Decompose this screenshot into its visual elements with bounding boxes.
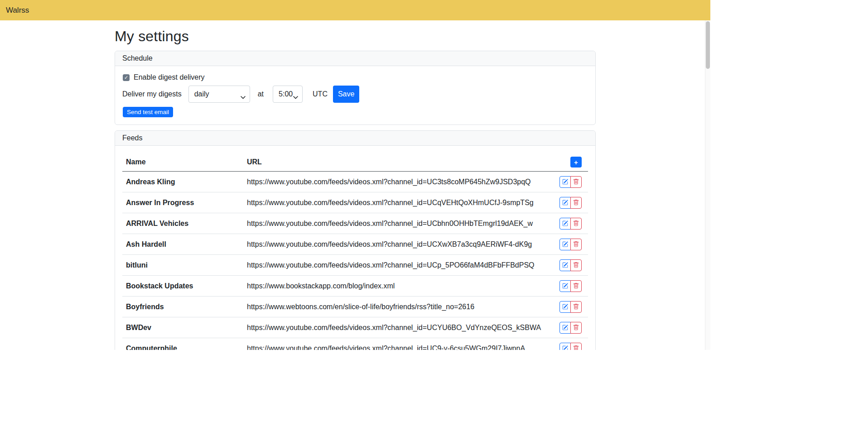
delete-feed-button[interactable] bbox=[570, 259, 582, 271]
edit-feed-button[interactable] bbox=[559, 322, 571, 334]
table-row: bitluni https://www.youtube.com/feeds/vi… bbox=[122, 255, 588, 276]
frequency-selected-value: daily bbox=[194, 90, 209, 98]
feed-name-cell: Bookstack Updates bbox=[122, 276, 243, 297]
feed-actions-group bbox=[559, 218, 582, 230]
add-feed-button[interactable]: + bbox=[570, 157, 582, 168]
enable-digest-checkbox[interactable]: ✓ bbox=[123, 74, 130, 81]
feed-actions-cell bbox=[552, 317, 588, 338]
feed-name-cell: Ash Hardell bbox=[122, 234, 243, 255]
feed-name-cell: Andreas Kling bbox=[122, 172, 243, 192]
edit-feed-button[interactable] bbox=[559, 218, 571, 230]
save-button[interactable]: Save bbox=[333, 86, 359, 103]
trash-icon bbox=[573, 304, 579, 310]
trash-icon bbox=[573, 262, 579, 268]
feed-actions-cell bbox=[552, 297, 588, 317]
navbar: Walrss bbox=[0, 0, 710, 20]
pencil-square-icon bbox=[562, 283, 568, 289]
schedule-card-header: Schedule bbox=[115, 51, 595, 66]
feed-actions-group bbox=[559, 322, 582, 334]
feed-url-cell: https://www.youtube.com/feeds/videos.xml… bbox=[243, 213, 552, 234]
enable-digest-label: Enable digest delivery bbox=[134, 73, 205, 81]
feeds-table-body: Andreas Kling https://www.youtube.com/fe… bbox=[122, 172, 588, 350]
edit-feed-button[interactable] bbox=[559, 239, 571, 250]
scrollbar-thumb[interactable] bbox=[706, 21, 710, 69]
feed-url-cell: https://www.youtube.com/feeds/videos.xml… bbox=[243, 255, 552, 276]
pencil-square-icon bbox=[562, 325, 568, 330]
vertical-scrollbar[interactable] bbox=[705, 20, 710, 350]
schedule-card-body: ✓ Enable digest delivery Deliver my dige… bbox=[115, 66, 595, 124]
timezone-label: UTC bbox=[313, 90, 328, 98]
feeds-card-header: Feeds bbox=[115, 131, 595, 146]
feed-actions-group bbox=[559, 239, 582, 250]
pencil-square-icon bbox=[562, 262, 568, 268]
table-row: Answer In Progress https://www.youtube.c… bbox=[122, 192, 588, 213]
feeds-header-row: Name URL + bbox=[122, 153, 588, 172]
feed-actions-cell bbox=[552, 338, 588, 350]
delete-feed-button[interactable] bbox=[570, 280, 582, 292]
actions-column-header: + bbox=[552, 153, 588, 172]
delete-feed-button[interactable] bbox=[570, 301, 582, 313]
delete-feed-button[interactable] bbox=[570, 197, 582, 209]
feeds-card: Feeds Name URL + Andreas Kling https://w bbox=[115, 130, 596, 350]
url-column-header: URL bbox=[243, 153, 552, 172]
frequency-select[interactable]: daily bbox=[188, 86, 250, 103]
pencil-square-icon bbox=[562, 345, 568, 350]
chevron-down-icon bbox=[293, 93, 298, 101]
table-row: Andreas Kling https://www.youtube.com/fe… bbox=[122, 172, 588, 192]
feeds-table: Name URL + Andreas Kling https://www.you… bbox=[122, 153, 588, 350]
trash-icon bbox=[573, 220, 579, 226]
feed-url-cell: https://www.youtube.com/feeds/videos.xml… bbox=[243, 172, 552, 192]
trash-icon bbox=[573, 345, 579, 350]
delete-feed-button[interactable] bbox=[570, 218, 582, 230]
browser-viewport: Walrss My settings Schedule ✓ Enable dig… bbox=[0, 0, 710, 350]
time-selected-value: 5:00 bbox=[279, 90, 293, 98]
trash-icon bbox=[573, 179, 579, 185]
feed-actions-cell bbox=[552, 192, 588, 213]
feed-actions-group bbox=[559, 301, 582, 313]
send-test-email-button[interactable]: Send test email bbox=[123, 107, 173, 117]
feed-actions-cell bbox=[552, 234, 588, 255]
enable-digest-row: ✓ Enable digest delivery bbox=[123, 73, 588, 81]
schedule-card: Schedule ✓ Enable digest delivery Delive… bbox=[115, 51, 596, 125]
feed-actions-group bbox=[559, 176, 582, 188]
pencil-square-icon bbox=[562, 179, 568, 185]
feed-url-cell: https://www.youtube.com/feeds/videos.xml… bbox=[243, 192, 552, 213]
name-column-header: Name bbox=[122, 153, 243, 172]
feed-actions-group bbox=[559, 259, 582, 271]
delete-feed-button[interactable] bbox=[570, 239, 582, 250]
edit-feed-button[interactable] bbox=[559, 176, 571, 188]
edit-feed-button[interactable] bbox=[559, 259, 571, 271]
table-row: BWDev https://www.youtube.com/feeds/vide… bbox=[122, 317, 588, 338]
delete-feed-button[interactable] bbox=[570, 343, 582, 350]
feed-url-cell: https://www.youtube.com/feeds/videos.xml… bbox=[243, 338, 552, 350]
table-row: Bookstack Updates https://www.bookstacka… bbox=[122, 276, 588, 297]
edit-feed-button[interactable] bbox=[559, 343, 571, 350]
feed-actions-group bbox=[559, 343, 582, 350]
table-row: Computerphile https://www.youtube.com/fe… bbox=[122, 338, 588, 350]
delete-feed-button[interactable] bbox=[570, 176, 582, 188]
feed-actions-cell bbox=[552, 276, 588, 297]
edit-feed-button[interactable] bbox=[559, 301, 571, 313]
feed-url-cell: https://www.youtube.com/feeds/videos.xml… bbox=[243, 317, 552, 338]
table-row: Ash Hardell https://www.youtube.com/feed… bbox=[122, 234, 588, 255]
edit-feed-button[interactable] bbox=[559, 197, 571, 209]
delivery-controls-row: Deliver my digests daily at 5:00 bbox=[122, 86, 588, 103]
feed-name-cell: Computerphile bbox=[122, 338, 243, 350]
table-row: ARRIVAL Vehicles https://www.youtube.com… bbox=[122, 213, 588, 234]
feed-actions-cell bbox=[552, 213, 588, 234]
feed-name-cell: bitluni bbox=[122, 255, 243, 276]
pencil-square-icon bbox=[562, 220, 568, 226]
delete-feed-button[interactable] bbox=[570, 322, 582, 334]
feeds-card-body: Name URL + Andreas Kling https://www.you… bbox=[115, 146, 595, 350]
feed-name-cell: ARRIVAL Vehicles bbox=[122, 213, 243, 234]
trash-icon bbox=[573, 200, 579, 206]
page-title: My settings bbox=[115, 28, 596, 45]
brand-link[interactable]: Walrss bbox=[6, 6, 29, 15]
edit-feed-button[interactable] bbox=[559, 280, 571, 292]
time-select[interactable]: 5:00 bbox=[273, 86, 303, 103]
pencil-square-icon bbox=[562, 241, 568, 247]
feed-url-cell: https://www.webtoons.com/en/slice-of-lif… bbox=[243, 297, 552, 317]
feed-actions-cell bbox=[552, 172, 588, 192]
feed-url-cell: https://www.bookstackapp.com/blog/index.… bbox=[243, 276, 552, 297]
trash-icon bbox=[573, 241, 579, 247]
